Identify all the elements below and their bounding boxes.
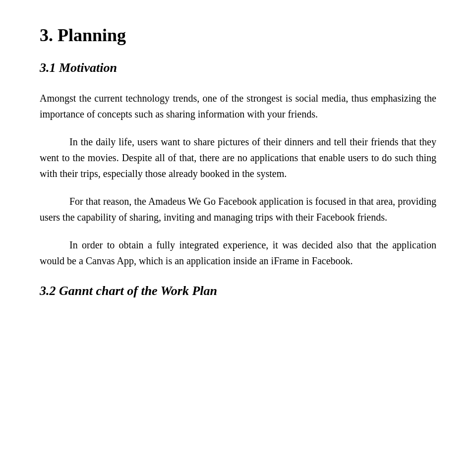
chapter-number: 3.: [40, 25, 53, 45]
paragraph-2: In the daily life, users want to share p…: [40, 134, 436, 181]
section-1-number: 3.1: [40, 60, 56, 75]
paragraph-1: Amongst the current technology trends, o…: [40, 90, 436, 122]
section-2-title: 3.2 Gannt chart of the Work Plan: [40, 284, 436, 298]
section-2-title-text: Gannt chart of the Work Plan: [59, 284, 217, 298]
section-1-title: 3.1 Motivation: [40, 60, 436, 75]
paragraph-4: In order to obtain a fully integrated ex…: [40, 237, 436, 269]
chapter-title: 3. Planning: [40, 25, 436, 46]
section-1-title-text: Motivation: [59, 60, 117, 75]
paragraph-3: For that reason, the Amadeus We Go Faceb…: [40, 193, 436, 225]
section-2-number: 3.2: [40, 284, 56, 298]
chapter-title-text: Planning: [58, 25, 126, 45]
